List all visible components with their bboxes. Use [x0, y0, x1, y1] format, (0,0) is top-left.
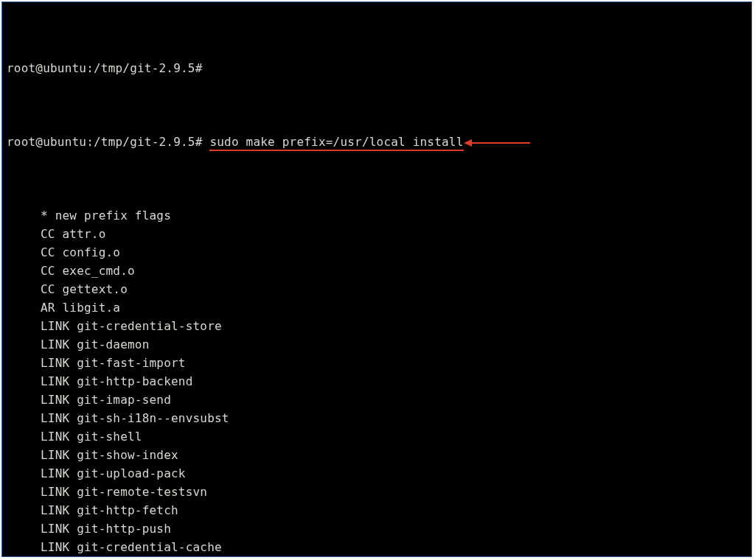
- output-line: CC exec_cmd.o: [7, 262, 747, 280]
- output-line: LINK git-fast-import: [7, 354, 747, 372]
- output-line: CC config.o: [7, 243, 747, 262]
- prompt-line-1: root@ubuntu:/tmp/git-2.9.5#: [7, 59, 747, 77]
- output-line: LINK git-imap-send: [7, 391, 747, 409]
- output-line: LINK git-daemon: [7, 335, 747, 354]
- arrow-line-icon: [471, 142, 530, 144]
- output-line: LINK git-credential-cache--daemon: [7, 556, 747, 557]
- at-symbol: @: [35, 135, 43, 149]
- output-line: CC gettext.o: [7, 280, 747, 298]
- at-symbol: @: [35, 61, 43, 75]
- prompt-cwd: /tmp/git-2.9.5: [94, 135, 195, 149]
- prompt-symbol: #: [195, 135, 203, 149]
- output-line: LINK git-sh-i18n--envsubst: [7, 409, 747, 427]
- space: [203, 135, 210, 149]
- prompt-host: ubuntu: [43, 135, 86, 149]
- output-line: LINK git-credential-cache: [7, 538, 747, 556]
- prompt-symbol: #: [195, 61, 203, 75]
- prompt-user: root: [7, 135, 35, 149]
- output-line: AR libgit.a: [7, 298, 747, 317]
- terminal-content[interactable]: root@ubuntu:/tmp/git-2.9.5# root@ubuntu:…: [2, 2, 751, 557]
- prompt-cwd: /tmp/git-2.9.5: [94, 61, 195, 75]
- output-line: LINK git-http-backend: [7, 372, 747, 391]
- build-output: * new prefix flagsCC attr.oCC config.oCC…: [7, 206, 747, 557]
- output-line: LINK git-shell: [7, 427, 747, 446]
- output-line: LINK git-upload-pack: [7, 464, 747, 483]
- prompt-line-2: root@ubuntu:/tmp/git-2.9.5# sudo make pr…: [7, 133, 747, 151]
- prompt-user: root: [7, 61, 35, 75]
- colon: :: [86, 61, 94, 75]
- output-line: LINK git-http-push: [7, 519, 747, 538]
- output-line: LINK git-remote-testsvn: [7, 483, 747, 501]
- annotation-arrow-left-icon: [464, 139, 530, 147]
- terminal-window[interactable]: root@ubuntu:/tmp/git-2.9.5# root@ubuntu:…: [1, 1, 752, 557]
- output-line: LINK git-show-index: [7, 446, 747, 464]
- output-line: LINK git-http-fetch: [7, 501, 747, 519]
- prompt-host: ubuntu: [43, 61, 86, 75]
- typed-command: sudo make prefix=/usr/local install: [209, 135, 463, 151]
- output-line: CC attr.o: [7, 225, 747, 243]
- colon: :: [86, 135, 94, 149]
- arrow-head-icon: [464, 139, 472, 147]
- output-line: * new prefix flags: [7, 206, 747, 225]
- output-line: LINK git-credential-store: [7, 317, 747, 335]
